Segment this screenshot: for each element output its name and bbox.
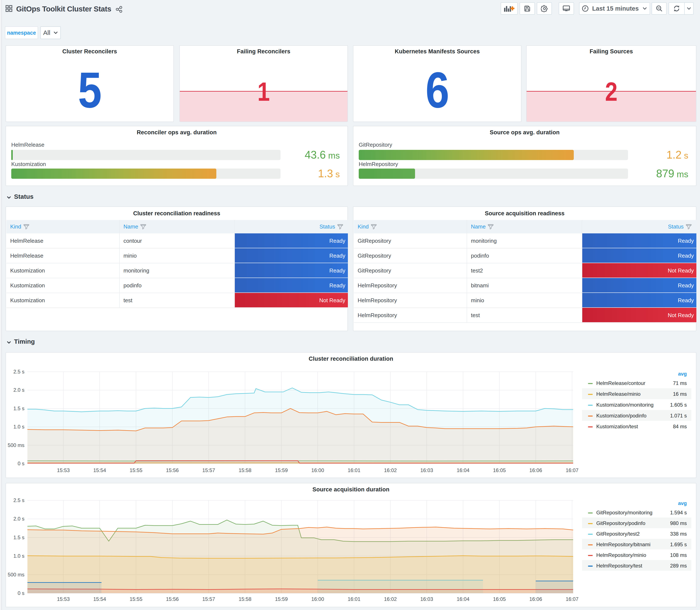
- svg-text:15:53: 15:53: [57, 596, 70, 602]
- svg-text:16:01: 16:01: [348, 596, 360, 602]
- svg-text:15:56: 15:56: [166, 467, 179, 473]
- svg-text:2.5 s: 2.5 s: [13, 497, 25, 503]
- svg-text:16:03: 16:03: [420, 467, 433, 473]
- svg-text:15:55: 15:55: [130, 467, 142, 473]
- svg-text:16:02: 16:02: [384, 467, 397, 473]
- svg-text:1.5 s: 1.5 s: [13, 405, 25, 411]
- svg-text:16:05: 16:05: [493, 596, 506, 602]
- svg-text:500 ms: 500 ms: [7, 442, 25, 448]
- svg-text:16:07: 16:07: [566, 467, 579, 473]
- svg-text:16:06: 16:06: [530, 467, 542, 473]
- svg-text:2.0 s: 2.0 s: [13, 516, 25, 521]
- svg-text:15:59: 15:59: [275, 596, 288, 602]
- svg-text:15:56: 15:56: [166, 596, 179, 602]
- svg-text:15:54: 15:54: [93, 467, 106, 473]
- svg-text:15:59: 15:59: [275, 467, 288, 473]
- svg-text:15:55: 15:55: [130, 596, 142, 602]
- svg-text:16:02: 16:02: [384, 596, 397, 602]
- svg-text:16:01: 16:01: [348, 467, 360, 473]
- svg-text:0 s: 0 s: [18, 590, 25, 596]
- svg-text:1.5 s: 1.5 s: [13, 534, 25, 540]
- svg-text:15:54: 15:54: [93, 596, 106, 602]
- svg-text:15:57: 15:57: [202, 596, 215, 602]
- svg-text:16:07: 16:07: [566, 596, 579, 602]
- svg-text:15:53: 15:53: [57, 467, 70, 473]
- svg-text:16:04: 16:04: [457, 467, 469, 473]
- svg-text:16:03: 16:03: [420, 596, 433, 602]
- svg-text:1.0 s: 1.0 s: [13, 553, 25, 559]
- svg-text:0 s: 0 s: [18, 461, 25, 466]
- svg-text:500 ms: 500 ms: [7, 572, 25, 577]
- svg-text:1.0 s: 1.0 s: [13, 424, 25, 430]
- svg-text:2.0 s: 2.0 s: [13, 387, 25, 393]
- svg-text:15:58: 15:58: [239, 596, 251, 602]
- svg-text:16:00: 16:00: [311, 596, 324, 602]
- svg-text:2.5 s: 2.5 s: [13, 369, 25, 374]
- svg-text:15:57: 15:57: [202, 467, 215, 473]
- svg-text:16:06: 16:06: [530, 596, 542, 602]
- svg-text:16:04: 16:04: [457, 596, 469, 602]
- svg-text:15:58: 15:58: [239, 467, 251, 473]
- svg-text:16:05: 16:05: [493, 467, 506, 473]
- svg-text:16:00: 16:00: [311, 467, 324, 473]
